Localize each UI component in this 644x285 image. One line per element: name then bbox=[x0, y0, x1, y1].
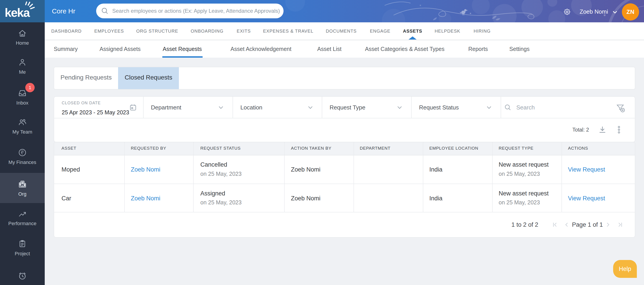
svg-text:keka: keka bbox=[5, 6, 30, 19]
